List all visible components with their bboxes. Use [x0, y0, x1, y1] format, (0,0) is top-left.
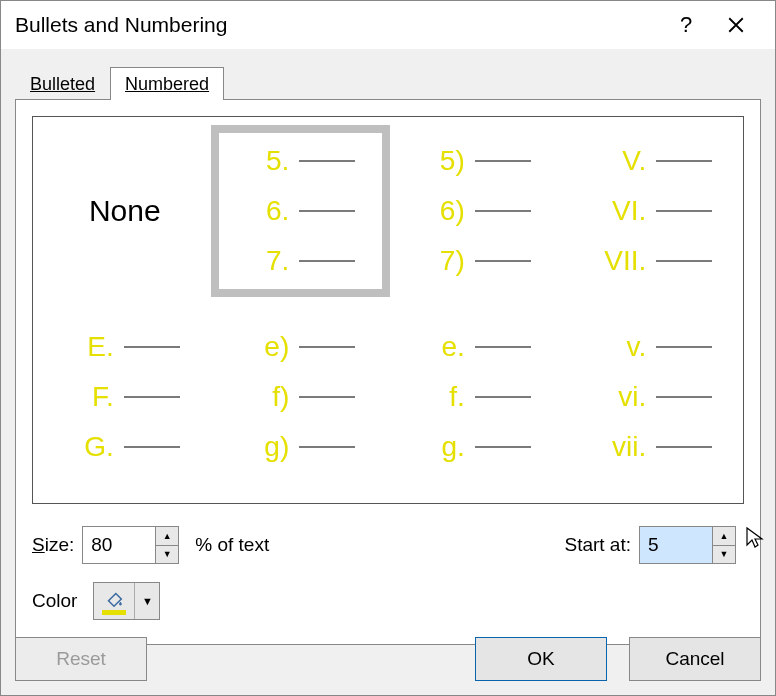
number-option-alpha-lower-paren[interactable]: e) f) g) — [217, 317, 385, 477]
titlebar: Bullets and Numbering ? — [1, 1, 775, 49]
close-icon — [727, 16, 745, 34]
none-label: None — [89, 194, 161, 228]
color-swatch-bar — [102, 610, 126, 615]
number-option-none[interactable]: None — [41, 131, 209, 291]
tab-bar: Bulleted Numbered — [1, 49, 775, 100]
number-option-alpha-upper[interactable]: E. F. G. — [41, 317, 209, 477]
size-spin-down[interactable]: ▼ — [156, 546, 178, 564]
color-dropdown-caret: ▼ — [134, 583, 159, 619]
size-input[interactable] — [83, 527, 155, 563]
startat-label: Start at: — [564, 534, 631, 556]
size-suffix: % of text — [195, 534, 269, 556]
tab-panel: None 5. 6. 7. 5) 6) 7) — [15, 99, 761, 645]
startat-spin-up[interactable]: ▲ — [713, 527, 735, 546]
number-option-arabic-paren[interactable]: 5) 6) 7) — [392, 131, 560, 291]
color-label: Color — [32, 590, 77, 612]
cancel-button[interactable]: Cancel — [629, 637, 761, 681]
number-option-roman-lower[interactable]: v. vi. vii. — [568, 317, 736, 477]
tab-bulleted[interactable]: Bulleted — [15, 67, 110, 100]
button-bar: Reset OK Cancel — [15, 637, 761, 681]
number-option-arabic-period[interactable]: 5. 6. 7. — [217, 131, 385, 291]
size-startat-row: Size: ▲ ▼ % of text Start at: ▲ ▼ — [32, 526, 744, 564]
number-option-roman-upper[interactable]: V. VI. VII. — [568, 131, 736, 291]
startat-spin-down[interactable]: ▼ — [713, 546, 735, 564]
color-row: Color ▼ — [32, 582, 744, 620]
ok-button[interactable]: OK — [475, 637, 607, 681]
startat-spinner[interactable]: ▲ ▼ — [639, 526, 736, 564]
reset-button[interactable]: Reset — [15, 637, 147, 681]
close-button[interactable] — [711, 1, 761, 49]
size-spin-up[interactable]: ▲ — [156, 527, 178, 546]
bullets-numbering-dialog: Bullets and Numbering ? Bulleted Numbere… — [0, 0, 776, 696]
size-spinner[interactable]: ▲ ▼ — [82, 526, 179, 564]
startat-input[interactable] — [640, 527, 712, 563]
color-picker-button[interactable]: ▼ — [93, 582, 160, 620]
tab-numbered[interactable]: Numbered — [110, 67, 224, 100]
help-button[interactable]: ? — [661, 1, 711, 49]
number-option-alpha-lower-period[interactable]: e. f. g. — [392, 317, 560, 477]
numbering-gallery: None 5. 6. 7. 5) 6) 7) — [32, 116, 744, 504]
size-label: Size: — [32, 534, 74, 556]
dialog-title: Bullets and Numbering — [15, 13, 227, 37]
